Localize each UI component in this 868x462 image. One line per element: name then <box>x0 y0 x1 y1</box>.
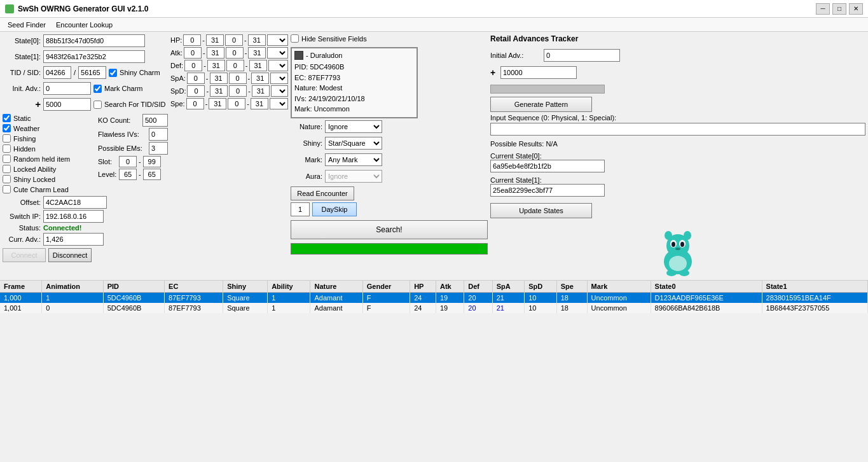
col-pid: PID <box>103 281 164 293</box>
col-def: Def <box>464 281 492 293</box>
iv-max-5[interactable] <box>209 98 226 109</box>
offset-input[interactable] <box>43 196 107 209</box>
curr-adv-input[interactable] <box>43 233 104 246</box>
table-cell-1-11: 21 <box>492 303 525 313</box>
switch-ip-label: Switch IP: <box>3 213 41 220</box>
iv-min2-0[interactable] <box>225 34 243 46</box>
table-cell-1-10: 20 <box>464 303 492 313</box>
aura-filter-row: Aura: Ignore <box>291 170 488 183</box>
dayskip-num-input[interactable] <box>291 202 310 216</box>
aura-filter-select[interactable]: Ignore <box>325 170 382 183</box>
iv-select-1[interactable] <box>267 47 288 59</box>
current-state0-input[interactable] <box>490 160 605 172</box>
iv-min-1[interactable] <box>184 47 202 59</box>
table-cell-1-7: F <box>362 303 410 313</box>
iv-max2-2[interactable] <box>249 60 267 71</box>
static-checkbox[interactable] <box>3 114 11 122</box>
minimize-button[interactable]: ─ <box>816 3 830 15</box>
iv-min2-1[interactable] <box>226 47 244 59</box>
shiny-charm-checkbox[interactable] <box>109 69 117 77</box>
iv-max-3[interactable] <box>210 73 228 84</box>
table-cell-1-1: 0 <box>42 303 103 313</box>
iv-sep-0: - <box>202 36 205 44</box>
plus-input[interactable] <box>43 98 91 111</box>
switch-ip-input[interactable] <box>43 210 104 223</box>
fishing-checkbox[interactable] <box>3 134 11 143</box>
close-button[interactable]: ✕ <box>849 3 863 15</box>
input-seq-input[interactable] <box>490 123 865 136</box>
hidden-checkbox[interactable] <box>3 144 11 153</box>
current-state1-input[interactable] <box>490 184 605 197</box>
svg-point-6 <box>665 231 672 240</box>
iv-max2-4[interactable] <box>252 85 270 97</box>
ko-count-input[interactable] <box>142 114 168 127</box>
iv-max-0[interactable] <box>206 34 224 46</box>
possible-ems-input[interactable] <box>149 142 168 155</box>
search-tid-checkbox[interactable] <box>93 101 102 109</box>
table-section: Frame Animation PID EC Shiny Ability Nat… <box>0 280 868 462</box>
search-button[interactable]: Search! <box>291 220 488 239</box>
iv-select-0[interactable] <box>267 34 288 46</box>
random-held-checkbox[interactable] <box>3 155 11 163</box>
initial-adv-input[interactable] <box>544 49 620 62</box>
mark-charm-checkbox[interactable] <box>93 85 102 93</box>
slot-separator: - <box>139 158 141 165</box>
hide-sensitive-checkbox[interactable] <box>291 34 299 43</box>
connect-button[interactable]: Connect <box>3 248 46 262</box>
iv-min-0[interactable] <box>183 34 201 46</box>
level-min-input[interactable] <box>119 169 137 180</box>
table-cell-0-15: D123AADBF965E36E <box>651 293 762 304</box>
slot-max-input[interactable] <box>143 156 161 167</box>
init-adv-input[interactable] <box>43 82 91 95</box>
nature-filter-select[interactable]: Ignore <box>325 120 382 133</box>
iv-min2-2[interactable] <box>226 60 244 71</box>
iv-select-2[interactable] <box>268 60 288 71</box>
weather-row: Weather <box>3 124 95 132</box>
iv-max2-5[interactable] <box>251 98 268 109</box>
dayskip-button[interactable]: DaySkip <box>312 202 357 216</box>
iv-min2-3[interactable] <box>229 73 247 84</box>
tid-input[interactable] <box>43 66 71 79</box>
iv-min2-5[interactable] <box>228 98 245 109</box>
cute-charm-checkbox[interactable] <box>3 185 11 193</box>
table-cell-0-2: 5DC4960B <box>103 293 164 304</box>
table-row[interactable]: 1,00105DC4960B87EF7793Square1AdamantF241… <box>0 303 868 313</box>
update-states-button[interactable]: Update States <box>490 203 592 218</box>
iv-min2-4[interactable] <box>229 85 247 97</box>
maximize-button[interactable]: □ <box>832 3 846 15</box>
iv-min-3[interactable] <box>187 73 205 84</box>
mark-filter-select[interactable]: Any Mark <box>325 153 382 166</box>
iv-min-4[interactable] <box>187 85 205 97</box>
iv-select-4[interactable] <box>271 85 288 97</box>
iv-max-1[interactable] <box>207 47 224 59</box>
iv-max2-3[interactable] <box>251 73 269 84</box>
shiny-locked-checkbox[interactable] <box>3 175 11 183</box>
menu-encounter-lookup[interactable]: Encounter Lookup <box>51 20 118 30</box>
iv-min-2[interactable] <box>184 60 202 71</box>
iv-max2-1[interactable] <box>248 47 266 59</box>
retail-plus-input[interactable] <box>500 66 577 79</box>
iv-max-2[interactable] <box>207 60 225 71</box>
iv-min-5[interactable] <box>186 98 204 109</box>
locked-ability-checkbox[interactable] <box>3 165 11 173</box>
shiny-filter-select[interactable]: Star/Square <box>325 137 382 150</box>
state1-input[interactable] <box>43 50 145 63</box>
iv-max2-0[interactable] <box>248 34 266 46</box>
iv-select-5[interactable] <box>270 98 288 109</box>
sid-input[interactable] <box>78 66 106 79</box>
level-max-input[interactable] <box>143 169 161 180</box>
iv-max-4[interactable] <box>210 85 228 97</box>
disconnect-button[interactable]: Disconnect <box>48 248 92 262</box>
iv-select-3[interactable] <box>270 73 288 84</box>
state1-row: State[1]: <box>3 50 168 63</box>
generate-pattern-button[interactable]: Generate Pattern <box>490 97 592 112</box>
slot-min-input[interactable] <box>119 156 137 167</box>
table-row[interactable]: 1,00015DC4960B87EF7793Square1AdamantF241… <box>0 293 868 304</box>
menu-seed-finder[interactable]: Seed Finder <box>3 20 51 30</box>
weather-checkbox[interactable] <box>3 124 11 132</box>
read-encounter-button[interactable]: Read Encounter <box>291 186 354 200</box>
flawless-ivs-input[interactable] <box>149 128 168 141</box>
state0-input[interactable] <box>43 34 145 47</box>
table-cell-0-4: Square <box>223 293 268 304</box>
possible-results-label: Possible Results: N/A <box>490 140 865 148</box>
